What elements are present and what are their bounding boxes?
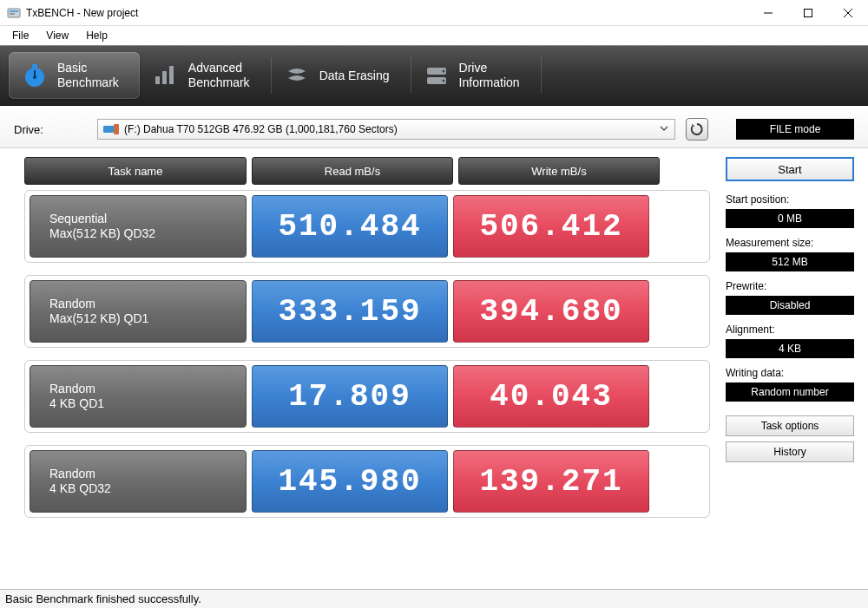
task-row: Random4 KB QD1 17.809 40.043 [24,360,710,433]
svg-rect-4 [805,9,812,16]
svg-point-10 [33,75,36,79]
read-value: 145.980 [252,450,448,513]
measurement-size-value[interactable]: 512 MB [726,252,854,271]
menu-file[interactable]: File [5,28,36,43]
results-column: Task name Read mB/s Write mB/s Sequentia… [24,157,710,530]
start-position-label: Start position: [726,193,854,206]
window-title: TxBENCH - New project [26,7,138,19]
content-area: Drive: (F:) Dahua T70 512GB 476.92 GB (1… [0,106,868,589]
toolbar: BasicBenchmark AdvancedBenchmark Data Er… [0,45,868,106]
writing-data-label: Writing data: [726,367,854,379]
drive-row: Drive: (F:) Dahua T70 512GB 476.92 GB (1… [0,106,868,148]
write-value: 506.412 [453,195,649,258]
write-value: 40.043 [453,365,649,428]
task-row: SequentialMax(512 KB) QD32 510.484 506.4… [24,190,710,263]
task-row: Random4 KB QD32 145.980 139.271 [24,445,710,518]
svg-rect-13 [169,66,174,84]
svg-rect-12 [162,71,167,84]
title-bar: TxBENCH - New project [0,0,868,26]
app-icon [7,6,21,20]
tab-data-erasing[interactable]: Data Erasing [271,52,411,99]
header-task: Task name [24,157,247,185]
chevron-down-icon [659,123,669,134]
svg-point-17 [442,80,444,82]
tab-advanced-benchmark[interactable]: AdvancedBenchmark [140,52,271,99]
task-name-cell[interactable]: Random4 KB QD1 [30,365,247,428]
stopwatch-icon [21,62,49,89]
tab-label-l1: Basic [57,61,87,75]
start-button[interactable]: Start [726,157,854,181]
refresh-icon [690,122,704,136]
svg-point-16 [442,70,444,73]
alignment-label: Alignment: [726,324,854,336]
svg-rect-19 [114,124,119,134]
drive-icon [423,62,450,89]
status-bar: Basic Benchmark finished successfully. [0,589,868,608]
erase-icon [283,62,311,89]
alignment-value[interactable]: 4 KB [726,339,854,358]
svg-rect-1 [10,10,18,12]
write-value: 394.680 [453,280,649,343]
menu-help[interactable]: Help [79,28,115,43]
write-value: 139.271 [453,450,649,513]
prewrite-label: Prewrite: [726,280,854,292]
file-mode-button[interactable]: FILE mode [736,119,854,140]
side-column: Start Start position: 0 MB Measurement s… [726,157,854,530]
start-position-value[interactable]: 0 MB [726,209,854,228]
bars-icon [152,62,180,89]
header-read: Read mB/s [252,157,453,185]
read-value: 510.484 [252,195,448,258]
task-name-cell[interactable]: Random4 KB QD32 [30,450,247,513]
svg-rect-2 [10,13,15,15]
task-options-button[interactable]: Task options [726,415,854,436]
tab-label-l2: Benchmark [57,75,119,89]
status-text: Basic Benchmark finished successfully. [5,592,201,605]
prewrite-value[interactable]: Disabled [726,296,854,315]
read-value: 333.159 [252,280,448,343]
menu-bar: File View Help [0,26,868,45]
svg-rect-18 [103,126,114,133]
minimize-button[interactable] [748,0,788,26]
svg-rect-8 [32,64,37,68]
drive-select[interactable]: (F:) Dahua T70 512GB 476.92 GB (1,000,18… [97,119,675,140]
menu-view[interactable]: View [39,28,76,43]
task-name-cell[interactable]: SequentialMax(512 KB) QD32 [30,195,247,258]
close-button[interactable] [828,0,868,26]
refresh-button[interactable] [686,118,708,141]
drive-selected-text: (F:) Dahua T70 512GB 476.92 GB (1,000,18… [124,123,398,135]
tab-basic-benchmark[interactable]: BasicBenchmark [9,52,140,99]
header-row: Task name Read mB/s Write mB/s [24,157,710,185]
header-write: Write mB/s [458,157,660,185]
measurement-size-label: Measurement size: [726,237,854,249]
drive-label: Drive: [14,123,87,136]
history-button[interactable]: History [726,441,854,462]
hdd-icon [103,123,119,135]
svg-rect-11 [155,76,160,84]
maximize-button[interactable] [788,0,828,26]
read-value: 17.809 [252,365,448,428]
writing-data-value[interactable]: Random number [726,382,854,402]
tab-drive-information[interactable]: DriveInformation [411,52,541,99]
task-name-cell[interactable]: RandomMax(512 KB) QD1 [30,280,247,343]
task-row: RandomMax(512 KB) QD1 333.159 394.680 [24,275,710,348]
